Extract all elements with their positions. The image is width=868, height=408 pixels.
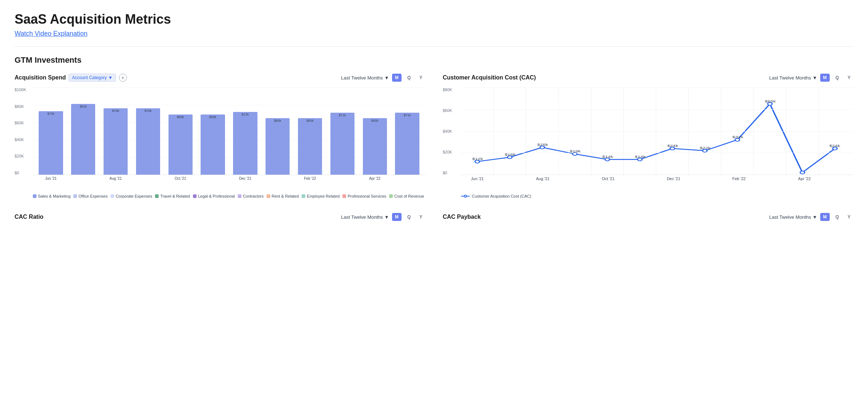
- legend-contractors: Contractors: [238, 194, 264, 198]
- period-dropdown[interactable]: Last Twelve Months ▼: [341, 75, 389, 81]
- period-y-button[interactable]: Y: [416, 74, 425, 82]
- cac-payback-chevron-icon: ▼: [813, 214, 817, 220]
- legend-dot-rent: [267, 194, 270, 198]
- legend-label-cost-revenue: Cost of Revenue: [394, 194, 424, 198]
- cac-header: Customer Acquisition Cost (CAC) Last Twe…: [443, 74, 853, 82]
- acquisition-spend-header: Acquisition Spend Account Category ▼ + L…: [15, 74, 425, 82]
- y-label-0: $0: [15, 171, 31, 175]
- bar-7: $65k: [263, 88, 293, 175]
- chart-title-left: Acquisition Spend Account Category ▼ +: [15, 74, 127, 82]
- cac-period-controls: Last Twelve Months ▼ M Q Y: [769, 74, 853, 82]
- cac-grid-60: [461, 109, 853, 110]
- x-label-feb22: Feb '22: [722, 176, 755, 181]
- legend-label-travel: Travel & Related: [160, 194, 190, 198]
- bar-10: $65k: [360, 88, 390, 175]
- bar-inner-8: $65k: [298, 118, 322, 175]
- x-label-0: Jun '21: [36, 176, 66, 180]
- period-m-button[interactable]: M: [392, 74, 402, 82]
- x-label-dec21: Dec '21: [657, 176, 690, 181]
- legend-legal: Legal & Professional: [193, 194, 235, 198]
- y-label-80k: $80K: [15, 104, 31, 109]
- cac-ratio-panel: CAC Ratio Last Twelve Months ▼ M Q Y: [15, 213, 425, 227]
- cac-legend-item: Customer Acquisition Cost (CAC): [461, 194, 531, 198]
- bar-4: $69k: [165, 88, 195, 175]
- cac-legend-label: Customer Acquisition Cost (CAC): [472, 194, 531, 198]
- cac-ratio-period-dropdown[interactable]: Last Twelve Months ▼: [341, 214, 389, 220]
- legend-dot-cost-revenue: [389, 194, 393, 198]
- x-label-empty4: [690, 176, 723, 181]
- cac-y-axis: $80K $60K $40K $20K $0: [443, 88, 459, 175]
- cac-period-q-button[interactable]: Q: [833, 74, 842, 82]
- line-chart-area: $80K $60K $40K $20K $0: [443, 88, 853, 190]
- x-label-empty1: [494, 176, 527, 181]
- legend-office: Office Expenses: [73, 194, 108, 198]
- page-title: SaaS Acquisition Metrics: [15, 12, 853, 27]
- account-category-filter[interactable]: Account Category ▼: [69, 74, 116, 82]
- x-label-1: [68, 176, 98, 180]
- bar-inner-1: $81k: [71, 104, 95, 175]
- cac-ratio-m-button[interactable]: M: [392, 213, 402, 221]
- cac-ratio-period-controls: Last Twelve Months ▼ M Q Y: [341, 213, 425, 221]
- legend-label-contractors: Contractors: [243, 194, 264, 198]
- cac-ratio-q-button[interactable]: Q: [404, 213, 414, 221]
- y-label-20k: $20K: [15, 154, 31, 158]
- period-q-button[interactable]: Q: [404, 74, 414, 82]
- x-label-aug21: Aug '21: [526, 176, 559, 181]
- add-filter-button[interactable]: +: [119, 74, 127, 82]
- bar-inner-4: $69k: [168, 114, 193, 175]
- bars-container: $73k$81k$76k$76k$69k$69k$72k$65k$65k$71k…: [33, 88, 425, 175]
- x-label-3: [133, 176, 163, 180]
- video-link[interactable]: Watch Video Explanation: [15, 30, 88, 37]
- legend-corporate: Corporate Expenses: [111, 194, 152, 198]
- bar-inner-2: $76k: [104, 108, 128, 175]
- cac-y-40k: $40K: [443, 129, 459, 133]
- cac-payback-y-button[interactable]: Y: [845, 213, 853, 221]
- chart-legend: Sales & Marketing Office Expenses Corpor…: [33, 194, 425, 198]
- dropdown-chevron-icon: ▼: [384, 75, 389, 81]
- bar-inner-7: $65k: [266, 118, 290, 175]
- legend-label-legal: Legal & Professional: [198, 194, 235, 198]
- legend-travel: Travel & Related: [155, 194, 190, 198]
- y-label-100k: $100K: [15, 88, 31, 92]
- cac-payback-period-dropdown[interactable]: Last Twelve Months ▼: [769, 214, 817, 220]
- header: SaaS Acquisition Metrics Watch Video Exp…: [15, 12, 853, 38]
- bar-inner-9: $71k: [330, 113, 354, 175]
- period-controls: Last Twelve Months ▼ M Q Y: [341, 74, 425, 82]
- cac-period-dropdown[interactable]: Last Twelve Months ▼: [769, 75, 817, 81]
- bar-chart-area: $100K $80K $60K $40K $20K $0: [15, 88, 425, 190]
- cac-grid-40: [461, 131, 853, 132]
- bar-2: $76k: [101, 88, 131, 175]
- cac-grid-lines: [461, 88, 853, 175]
- bar-11: $71k: [392, 88, 422, 175]
- bar-inner-3: $76k: [136, 108, 160, 175]
- x-label-6: Dec '21: [230, 176, 260, 180]
- charts-row: Acquisition Spend Account Category ▼ + L…: [15, 74, 853, 198]
- cac-ratio-y-button[interactable]: Y: [416, 213, 425, 221]
- cac-period-label: Last Twelve Months: [769, 75, 811, 81]
- cac-legend-icon: [461, 194, 470, 198]
- divider: [15, 46, 853, 47]
- x-label-8: Feb '22: [295, 176, 325, 180]
- x-label-jun21: Jun '21: [461, 176, 494, 181]
- page: SaaS Acquisition Metrics Watch Video Exp…: [0, 0, 868, 238]
- cac-x-axis: Jun '21 Aug '21 Oct '21 Dec '21 Feb '22 …: [461, 176, 853, 181]
- cac-y-80k: $80K: [443, 88, 459, 92]
- legend-dot-corporate: [111, 194, 114, 198]
- bar-5: $69k: [198, 88, 228, 175]
- cac-y-0: $0: [443, 171, 459, 175]
- cac-payback-q-button[interactable]: Q: [833, 213, 842, 221]
- legend-label-rent: Rent & Related: [272, 194, 299, 198]
- bar-inner-10: $65k: [363, 118, 387, 175]
- x-label-11: [392, 176, 422, 180]
- bar-chart-content: $73k$81k$76k$76k$69k$69k$72k$65k$65k$71k…: [33, 88, 425, 175]
- cac-grid-20: [461, 153, 853, 153]
- filter-label: Account Category: [72, 75, 106, 80]
- bar-3: $76k: [133, 88, 163, 175]
- cac-payback-m-button[interactable]: M: [820, 213, 830, 221]
- x-label-9: [327, 176, 357, 180]
- cac-period-y-button[interactable]: Y: [845, 74, 853, 82]
- legend-sales-marketing: Sales & Marketing: [33, 194, 70, 198]
- x-axis: Jun '21Aug '21Oct '21Dec '21Feb '22Apr '…: [33, 176, 425, 180]
- cac-period-m-button[interactable]: M: [820, 74, 830, 82]
- x-label-empty6: [821, 176, 853, 181]
